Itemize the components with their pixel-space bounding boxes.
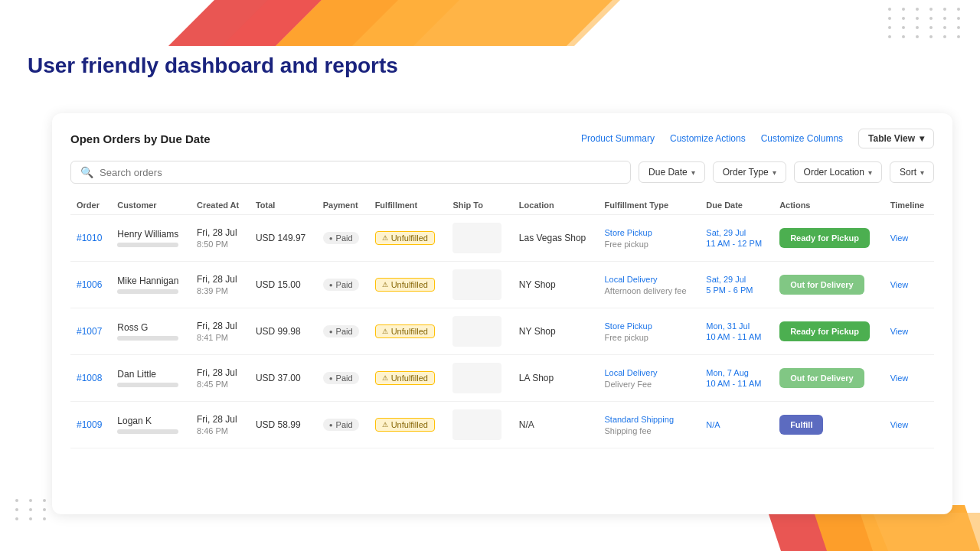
- col-fulfillment: Fulfillment: [369, 196, 447, 215]
- due-date-link[interactable]: Mon, 7 Aug10 AM - 11 AM: [706, 368, 761, 388]
- created-time: 8:41 PM: [197, 333, 243, 342]
- action-button[interactable]: Ready for Pickup: [779, 228, 870, 248]
- col-due-date: Due Date: [700, 196, 773, 215]
- customize-actions-link[interactable]: Customize Actions: [670, 133, 746, 144]
- order-id: #1007: [70, 308, 111, 355]
- action-button[interactable]: Out for Delivery: [779, 275, 864, 295]
- payment-badge: Paid: [323, 372, 359, 384]
- payment-badge: Paid: [323, 325, 359, 337]
- created-date: Fri, 28 Jul: [197, 227, 243, 238]
- chevron-down-icon: ▾: [868, 168, 872, 177]
- view-link[interactable]: View: [890, 327, 909, 336]
- order-link[interactable]: #1007: [77, 326, 102, 337]
- customer-name: Ross G: [117, 322, 185, 333]
- ship-to-cell: [446, 308, 512, 355]
- due-date-link[interactable]: Sat, 29 Jul5 PM - 6 PM: [706, 275, 753, 295]
- payment-cell: Paid: [317, 215, 369, 262]
- chevron-down-icon: ▾: [773, 168, 776, 177]
- due-date-cell: Mon, 7 Aug10 AM - 11 AM: [700, 355, 773, 402]
- fulfillment-sub: Afternoon delivery fee: [604, 286, 694, 295]
- sort-label: Sort: [900, 167, 916, 178]
- customer-bar: [117, 429, 178, 434]
- due-date-label: Due Date: [648, 167, 688, 178]
- created-at-cell: Fri, 28 Jul 8:46 PM: [191, 402, 250, 448]
- fulfillment-type-link[interactable]: Local Delivery: [604, 275, 657, 284]
- order-link[interactable]: #1010: [77, 233, 102, 243]
- fulfillment-type-cell: Standard Shipping Shipping fee: [598, 402, 700, 448]
- location-cell: NY Shop: [513, 262, 599, 308]
- fulfillment-sub: Delivery Fee: [604, 380, 694, 389]
- due-date-filter[interactable]: Due Date ▾: [639, 161, 705, 183]
- total-cell: USD 58.99: [250, 402, 317, 448]
- view-link[interactable]: View: [890, 233, 909, 243]
- table-row: #1009 Logan K Fri, 28 Jul 8:46 PM USD 58…: [70, 402, 934, 448]
- total-cell: USD 37.00: [250, 355, 317, 402]
- due-date-link[interactable]: Sat, 29 Jul11 AM - 12 PM: [706, 228, 762, 248]
- fulfillment-type-link[interactable]: Store Pickup: [604, 321, 652, 331]
- payment-cell: Paid: [317, 355, 369, 402]
- table-view-button[interactable]: Table View ▾: [858, 129, 934, 148]
- decorative-dots-bottom-left: [15, 499, 51, 520]
- payment-cell: Paid: [317, 308, 369, 355]
- chevron-down-icon: ▾: [920, 168, 924, 177]
- customer-bar: [117, 336, 178, 341]
- col-customer: Customer: [111, 196, 191, 215]
- customize-columns-link[interactable]: Customize Columns: [761, 133, 843, 144]
- order-location-filter[interactable]: Order Location ▾: [794, 161, 882, 183]
- orders-table: Order Customer Created At Total Payment …: [70, 196, 934, 448]
- fulfillment-type-link[interactable]: Standard Shipping: [604, 415, 674, 424]
- view-link[interactable]: View: [890, 280, 909, 289]
- view-cell: View: [884, 355, 934, 402]
- order-link[interactable]: #1008: [77, 373, 102, 383]
- fulfillment-sub: Shipping fee: [604, 426, 694, 435]
- decorative-dots-top-right: [888, 8, 965, 38]
- col-created-at: Created At: [191, 196, 250, 215]
- customer-name: Dan Little: [117, 369, 185, 380]
- sort-filter[interactable]: Sort ▾: [890, 161, 934, 183]
- customer-name: Logan K: [117, 416, 185, 426]
- ship-to-image: [452, 269, 501, 300]
- created-date: Fri, 28 Jul: [197, 274, 243, 285]
- customer-cell: Dan Little: [111, 355, 191, 402]
- location-cell: N/A: [513, 402, 599, 448]
- customer-bar: [117, 289, 178, 294]
- due-date-link[interactable]: Mon, 31 Jul10 AM - 11 AM: [706, 321, 761, 341]
- action-cell: Ready for Pickup: [773, 215, 884, 262]
- fulfillment-type-link[interactable]: Local Delivery: [604, 368, 657, 377]
- table-row: #1008 Dan Little Fri, 28 Jul 8:45 PM USD…: [70, 355, 934, 402]
- dashboard-card: Open Orders by Due Date Product Summary …: [52, 113, 952, 514]
- view-cell: View: [884, 215, 934, 262]
- location-cell: LA Shop: [513, 355, 599, 402]
- created-time: 8:50 PM: [197, 240, 243, 249]
- view-cell: View: [884, 402, 934, 448]
- view-link[interactable]: View: [890, 420, 909, 429]
- order-location-label: Order Location: [804, 167, 864, 178]
- created-at-cell: Fri, 28 Jul 8:41 PM: [191, 308, 250, 355]
- order-type-label: Order Type: [723, 167, 769, 178]
- view-link[interactable]: View: [890, 373, 909, 383]
- due-date-link[interactable]: N/A: [706, 420, 720, 429]
- search-icon: 🔍: [80, 166, 93, 178]
- ship-to-cell: [446, 215, 512, 262]
- order-link[interactable]: #1006: [77, 279, 102, 290]
- svg-marker-0: [168, 0, 322, 46]
- card-header: Open Orders by Due Date Product Summary …: [70, 129, 934, 148]
- customer-bar: [117, 243, 178, 247]
- page-title: User friendly dashboard and reports: [28, 54, 398, 78]
- payment-cell: Paid: [317, 402, 369, 448]
- svg-marker-1: [222, 0, 398, 46]
- fulfillment-badge: Unfulfilled: [375, 231, 435, 245]
- search-input[interactable]: [100, 167, 621, 178]
- order-type-filter[interactable]: Order Type ▾: [713, 161, 786, 183]
- col-fulfillment-type: Fulfillment Type: [598, 196, 700, 215]
- order-link[interactable]: #1009: [77, 419, 102, 430]
- product-summary-link[interactable]: Product Summary: [581, 133, 655, 144]
- action-button[interactable]: Ready for Pickup: [779, 321, 870, 341]
- due-date-cell: Sat, 29 Jul5 PM - 6 PM: [700, 262, 773, 308]
- action-button[interactable]: Fulfill: [779, 415, 823, 435]
- action-cell: Out for Delivery: [773, 355, 884, 402]
- action-button[interactable]: Out for Delivery: [779, 368, 864, 388]
- col-location: Location: [513, 196, 599, 215]
- fulfillment-type-link[interactable]: Store Pickup: [604, 228, 652, 237]
- ship-to-image: [452, 316, 501, 347]
